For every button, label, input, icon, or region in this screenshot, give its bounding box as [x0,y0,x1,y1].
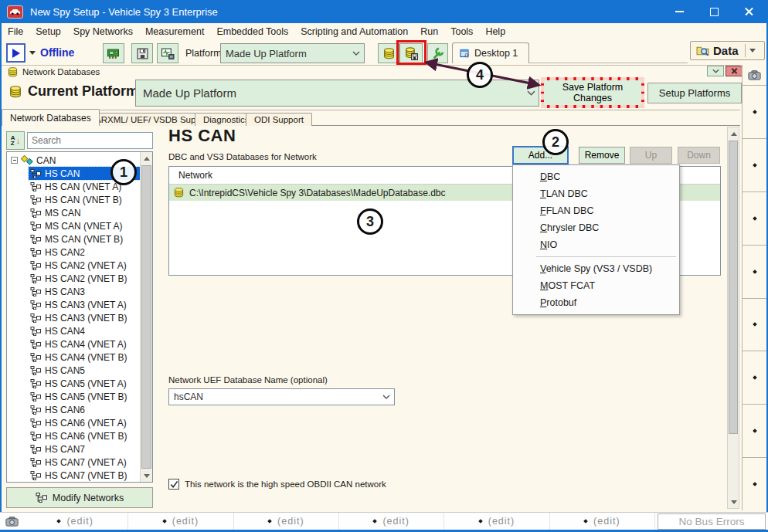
platform-select[interactable]: Made Up Platform [220,43,365,63]
menu-item-vehicle-spy-vs3-vsdb[interactable]: Vehicle Spy (VS3 / VSDB) [513,260,679,277]
menu-item-tools[interactable]: Tools [444,24,479,39]
menu-bar: FileSetupSpy NetworksMeasurementEmbedded… [2,23,766,40]
tree-item-hs-can2-vnet-a[interactable]: HS CAN2 (VNET A) [29,259,143,272]
tree-item-hs-can5-vnet-b[interactable]: HS CAN5 (VNET B) [29,390,143,403]
add-context-menu: DBCTLAN DBCFFLAN DBCChrysler DBCNIOVehic… [512,164,680,315]
maximize-button[interactable] [697,0,732,23]
tree-item-hs-can6-vnet-b[interactable]: HS CAN6 (VNET B) [29,429,143,442]
tree-item-hs-can5-vnet-a[interactable]: HS CAN5 (VNET A) [29,377,143,390]
tab-odi-support[interactable]: ODI Support [246,113,312,126]
desktop-tab[interactable]: Desktop 1 [452,42,529,63]
menu-item-nio[interactable]: NIO [513,236,679,253]
tree-item-hs-can7-vnet-b[interactable]: HS CAN7 (VNET B) [29,469,143,482]
close-button[interactable] [732,0,766,23]
setup-platforms-button[interactable]: Setup Platforms [647,83,742,103]
menu-item-scripting-and-automation[interactable]: Scripting and Automation [294,24,414,39]
tree-item-hs-can3[interactable]: HS CAN3 [29,285,143,298]
status-dot-icon [162,519,167,524]
scrollbar-thumb[interactable] [141,165,151,469]
tab-network-databases[interactable]: Network Databases [2,109,100,126]
panel-collapse-button[interactable] [707,66,724,76]
tree-item-label: HS CAN7 (VNET B) [45,470,127,481]
search-input[interactable] [27,132,153,149]
chevron-down-icon [348,51,364,56]
scrollbar-thumb[interactable] [729,141,738,434]
tree-item-hs-can2[interactable]: HS CAN2 [29,246,143,259]
menu-item-fflan-dbc[interactable]: FFLAN DBC [513,202,679,219]
dock-slot-8[interactable] [743,457,766,510]
menu-item-measurement[interactable]: Measurement [139,24,210,39]
dock-slot-4[interactable] [743,245,766,298]
obdii-checkbox[interactable] [168,479,179,490]
down-button[interactable]: Down [678,147,720,164]
uef-database-label: Network UEF Database Name (optional) [168,375,328,385]
tree-item-hs-can6[interactable]: HS CAN6 [29,403,143,416]
tree-item-hs-can4-vnet-a[interactable]: HS CAN4 (VNET A) [29,337,143,351]
tree-item-label: HS CAN7 [45,444,85,455]
tree-item-hs-can3-vnet-b[interactable]: HS CAN3 (VNET B) [29,311,143,324]
tree-item-hs-can7-vnet-a[interactable]: HS CAN7 (VNET A) [29,456,143,469]
tree-item-hs-can7[interactable]: HS CAN7 [29,442,143,456]
dock-camera-button[interactable] [743,65,766,85]
menu-item-embedded-tools[interactable]: Embedded Tools [210,24,294,39]
dock-slot-7[interactable] [743,404,766,457]
tree-item-ms-can-vnet-b[interactable]: MS CAN (VNET B) [29,232,143,246]
menu-item-run[interactable]: Run [414,24,444,39]
divider [2,110,740,110]
sort-az-button[interactable]: AZ↓ [6,131,25,150]
tree-scrollbar[interactable] [140,152,152,482]
annotation-circle-3: 3 [357,208,383,235]
dock-slot-6[interactable] [743,351,766,404]
menu-item-most-fcat[interactable]: MOST FCAT [513,277,679,294]
annotation-circle-4: 4 [467,62,493,88]
tree-item-hs-can2-vnet-b[interactable]: HS CAN2 (VNET B) [29,272,143,285]
dock-slot-3[interactable] [743,191,766,245]
tree-item-ms-can-vnet-a[interactable]: MS CAN (VNET A) [29,219,143,232]
measurement-setup-button[interactable] [157,43,178,63]
panel-close-button[interactable] [726,66,743,76]
scroll-down-button[interactable] [728,496,739,508]
data-dropdown-button[interactable] [746,49,760,53]
bus-status-indicator: No Bus Errors [658,513,766,530]
data-button[interactable]: Data [690,41,765,60]
tree-item-hs-can6-vnet-a[interactable]: HS CAN6 (VNET A) [29,416,143,429]
tree-item-hs-can4[interactable]: HS CAN4 [29,324,143,337]
network-icon [30,392,41,402]
setup-platforms-tool-button[interactable] [427,43,448,63]
network-icon [30,418,41,428]
panel-caption-row: Network Databases [2,65,740,78]
scroll-up-button[interactable] [141,152,152,164]
menu-item-tlan-dbc[interactable]: TLAN DBC [513,185,679,202]
menu-item-protobuf[interactable]: Protobuf [513,294,679,311]
remove-button[interactable]: Remove [579,147,625,164]
scroll-down-button[interactable] [141,469,152,482]
play-dropdown-button[interactable] [27,43,38,63]
dock-slot-2[interactable] [743,138,766,191]
tree-item-hs-can5[interactable]: HS CAN5 [29,364,143,377]
collapse-icon[interactable] [11,157,18,164]
up-button[interactable]: Up [630,147,672,164]
online-play-button[interactable] [6,43,25,63]
dock-slot-1[interactable] [743,85,766,138]
hardware-setup-button[interactable] [103,43,124,63]
menu-item-setup[interactable]: Setup [29,24,67,39]
status-segment-3: (edit) [234,513,339,530]
minimize-button[interactable] [662,0,697,23]
main-scrollbar[interactable] [727,127,739,509]
menu-item-file[interactable]: File [2,24,29,39]
modify-networks-button[interactable]: Modify Networks [6,487,153,508]
tree-item-hs-can4-vnet-b[interactable]: HS CAN4 (VNET B) [29,351,143,364]
dock-slot-5[interactable] [743,298,766,351]
tree-item-hs-can3-vnet-a[interactable]: HS CAN3 (VNET A) [29,298,143,311]
menu-item-help[interactable]: Help [479,24,511,39]
menu-item-spy-networks[interactable]: Spy Networks [67,24,139,39]
save-platform-changes-button[interactable]: Save Platform Changes [544,80,641,105]
status-camera-button[interactable] [0,517,23,527]
save-button[interactable] [131,43,153,63]
tree-item-ms-can[interactable]: MS CAN [29,206,143,219]
menu-item-dbc[interactable]: DBC [513,168,679,185]
menu-item-chrysler-dbc[interactable]: Chrysler DBC [513,219,679,236]
scroll-up-button[interactable] [728,127,739,140]
tree-item-hs-can-vnet-b[interactable]: HS CAN (VNET B) [29,193,143,206]
uef-database-select[interactable]: hsCAN [168,388,395,405]
